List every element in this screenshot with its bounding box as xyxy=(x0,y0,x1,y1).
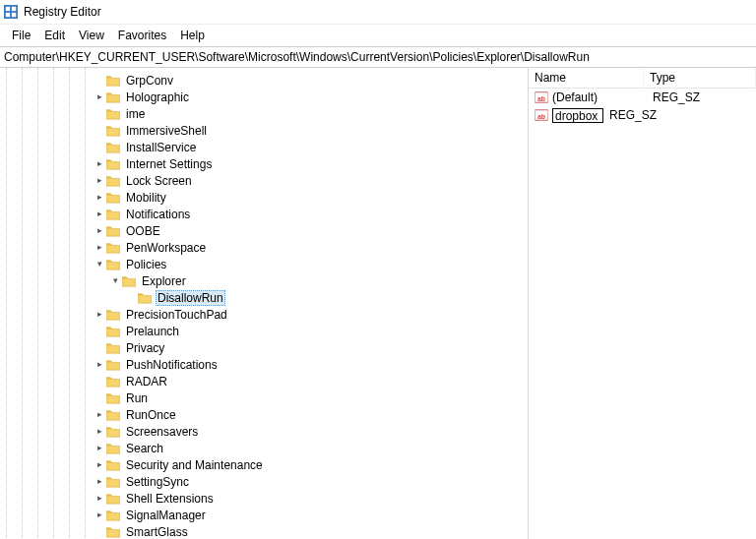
tree-item[interactable]: ▸SmartGlass xyxy=(0,523,528,539)
folder-icon xyxy=(138,292,152,304)
menubar: File Edit View Favorites Help xyxy=(0,25,756,46)
menu-edit[interactable]: Edit xyxy=(38,28,71,43)
chevron-right-icon[interactable]: ▸ xyxy=(94,159,104,168)
tree-item-label: PenWorkspace xyxy=(124,241,208,255)
tree-item-label: Run xyxy=(124,391,150,405)
folder-icon xyxy=(106,142,120,153)
chevron-right-icon[interactable]: ▸ xyxy=(94,176,104,185)
folder-icon xyxy=(106,459,120,471)
tree-item[interactable]: ▸Mobility xyxy=(0,189,528,206)
col-header-name[interactable]: Name xyxy=(529,68,644,88)
folder-icon xyxy=(106,75,120,87)
chevron-right-icon[interactable]: ▸ xyxy=(94,360,104,369)
tree-item-label: Explorer xyxy=(140,274,188,288)
tree-item[interactable]: ▸Screensavers xyxy=(0,423,528,440)
chevron-right-icon[interactable]: ▸ xyxy=(94,460,104,469)
tree-item[interactable]: ▸PushNotifications xyxy=(0,356,528,373)
chevron-right-icon[interactable]: ▸ xyxy=(94,477,104,486)
tree-item[interactable]: ▸DisallowRun xyxy=(0,289,528,306)
value-row[interactable]: abdropboxREG_SZ xyxy=(529,106,756,124)
tree-item[interactable]: ▸Prelaunch xyxy=(0,323,528,339)
tree-item-label: Internet Settings xyxy=(124,157,214,171)
chevron-right-icon[interactable]: ▸ xyxy=(94,210,104,218)
folder-icon xyxy=(106,376,120,388)
menu-help[interactable]: Help xyxy=(174,28,211,43)
tree-item[interactable]: ▸Security and Maintenance xyxy=(0,456,528,473)
string-value-icon: ab xyxy=(535,90,548,104)
value-name-edit[interactable]: dropbox xyxy=(552,108,603,123)
tree-item[interactable]: ▸Search xyxy=(0,440,528,456)
tree-item-label: Policies xyxy=(124,258,168,271)
tree-item[interactable]: ▸InstallService xyxy=(0,139,528,155)
tree-item[interactable]: ▸Notifications xyxy=(0,206,528,222)
tree-item-label: SettingSync xyxy=(124,475,191,489)
tree-item[interactable]: ▸PrecisionTouchPad xyxy=(0,306,528,323)
tree-item[interactable]: ▸ImmersiveShell xyxy=(0,122,528,139)
svg-rect-3 xyxy=(6,13,10,17)
tree-item[interactable]: ▾Explorer xyxy=(0,272,528,289)
menu-file[interactable]: File xyxy=(6,28,36,43)
titlebar: Registry Editor xyxy=(0,0,756,25)
chevron-right-icon[interactable]: ▸ xyxy=(94,427,104,436)
tree-item[interactable]: ▸RADAR xyxy=(0,373,528,389)
address-bar[interactable]: Computer\HKEY_CURRENT_USER\Software\Micr… xyxy=(0,46,756,68)
folder-icon xyxy=(106,392,120,404)
tree-item[interactable]: ▸ime xyxy=(0,105,528,122)
tree-item-label: PrecisionTouchPad xyxy=(124,308,229,322)
tree-item[interactable]: ▸SignalManager xyxy=(0,507,528,523)
chevron-down-icon[interactable]: ▾ xyxy=(94,260,104,269)
tree-item[interactable]: ▸Holographic xyxy=(0,89,528,105)
tree-item-label: Prelaunch xyxy=(124,325,181,338)
value-row[interactable]: ab(Default)REG_SZ xyxy=(529,89,756,106)
tree-item-label: OOBE xyxy=(124,224,162,238)
folder-icon xyxy=(106,509,120,521)
tree-item-label: Holographic xyxy=(124,90,191,104)
menu-view[interactable]: View xyxy=(73,28,110,43)
folder-icon xyxy=(106,493,120,505)
chevron-right-icon[interactable]: ▸ xyxy=(94,410,104,419)
chevron-right-icon[interactable]: ▸ xyxy=(94,494,104,503)
folder-icon xyxy=(106,326,120,337)
tree-item[interactable]: ▸Shell Extensions xyxy=(0,490,528,507)
tree-scroll[interactable]: ▸GrpConv▸Holographic▸ime▸ImmersiveShell▸… xyxy=(0,68,528,539)
chevron-right-icon[interactable]: ▸ xyxy=(94,243,104,252)
chevron-right-icon[interactable]: ▸ xyxy=(94,193,104,202)
menu-favorites[interactable]: Favorites xyxy=(112,28,172,43)
folder-icon xyxy=(106,225,120,237)
folder-icon xyxy=(106,309,120,321)
tree-item[interactable]: ▾Policies xyxy=(0,256,528,272)
tree-item[interactable]: ▸GrpConv xyxy=(0,72,528,89)
chevron-right-icon[interactable]: ▸ xyxy=(94,92,104,101)
tree-pane: ▸GrpConv▸Holographic▸ime▸ImmersiveShell▸… xyxy=(0,68,529,539)
col-header-type[interactable]: Type xyxy=(644,68,756,88)
tree-item-label: SmartGlass xyxy=(124,525,190,539)
folder-icon xyxy=(106,209,120,220)
chevron-right-icon[interactable]: ▸ xyxy=(94,444,104,452)
tree-item-label: DisallowRun xyxy=(156,290,225,306)
tree-item[interactable]: ▸SettingSync xyxy=(0,473,528,490)
tree-item-label: RunOnce xyxy=(124,408,178,422)
chevron-down-icon[interactable]: ▾ xyxy=(110,276,120,285)
chevron-right-icon[interactable]: ▸ xyxy=(94,510,104,519)
tree-item[interactable]: ▸OOBE xyxy=(0,222,528,239)
tree-item[interactable]: ▸Lock Screen xyxy=(0,172,528,189)
tree-item-label: ime xyxy=(124,107,147,121)
folder-icon xyxy=(106,125,120,137)
folder-icon xyxy=(106,443,120,454)
folder-icon xyxy=(106,526,120,538)
list-header: Name Type xyxy=(529,68,756,89)
tree-item-label: Security and Maintenance xyxy=(124,458,265,472)
tree-item[interactable]: ▸Privacy xyxy=(0,339,528,356)
tree-item[interactable]: ▸PenWorkspace xyxy=(0,239,528,256)
window-title: Registry Editor xyxy=(24,5,101,19)
chevron-right-icon[interactable]: ▸ xyxy=(94,226,104,235)
tree-item[interactable]: ▸RunOnce xyxy=(0,406,528,423)
tree-item[interactable]: ▸Internet Settings xyxy=(0,155,528,172)
value-name: (Default) xyxy=(552,90,647,104)
folder-icon xyxy=(106,476,120,488)
chevron-right-icon[interactable]: ▸ xyxy=(94,310,104,319)
folder-icon xyxy=(106,426,120,438)
tree-item-label: PushNotifications xyxy=(124,358,220,372)
tree-item-label: GrpConv xyxy=(124,74,175,88)
tree-item[interactable]: ▸Run xyxy=(0,389,528,406)
